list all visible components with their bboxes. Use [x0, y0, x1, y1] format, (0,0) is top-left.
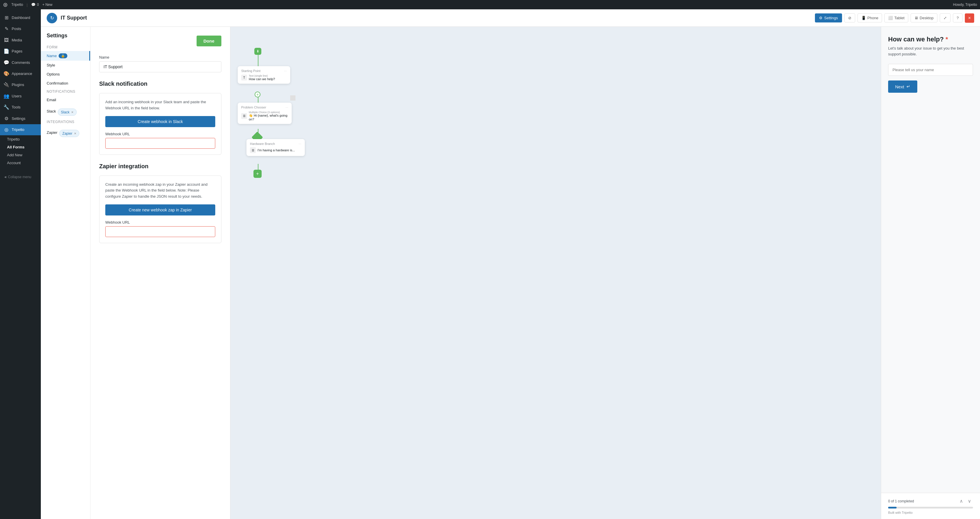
- sidebar-item-comments[interactable]: 💬 Comments: [0, 57, 41, 68]
- sidebar-item-appearance[interactable]: 🎨 Appearance: [0, 68, 41, 79]
- nav-item-zapier[interactable]: Zapier Zapier ×: [41, 126, 90, 140]
- flow-problem-content: ☰ Multiple Choice (3 options) 👋 Hi {name…: [241, 111, 288, 121]
- flow-node-problem-chooser[interactable]: Problem Chooser ··· ☰ Multiple Choice (3…: [238, 103, 292, 124]
- integrations-section-label: Integrations: [41, 118, 90, 126]
- sidebar-item-media[interactable]: 🖼 Media: [0, 35, 41, 46]
- flow-problem-menu-icon[interactable]: ···: [286, 106, 288, 109]
- editor-body: Settings Form Name 🔒 Style Options: [41, 27, 980, 519]
- comments-icon: 💬: [31, 3, 36, 7]
- sidebar-item-tools[interactable]: 🔧 Tools: [0, 102, 41, 113]
- slack-tag: Slack ×: [58, 108, 77, 116]
- flow-hardware-content: ☰ I'm having a hardware is...: [250, 147, 301, 153]
- desktop-icon: 🖥: [915, 16, 918, 20]
- next-arrow-icon: ↵: [907, 84, 910, 89]
- editor-title: IT Support: [60, 15, 87, 21]
- sidebar: ⊞ Dashboard ✎ Posts 🖼 Media 📄 Pages 💬 Co…: [0, 10, 41, 519]
- tools-icon: 🔧: [3, 104, 10, 111]
- sidebar-sub-tripetto[interactable]: Tripetto: [0, 135, 41, 143]
- nav-item-name[interactable]: Name 🔒: [41, 51, 90, 61]
- create-zapier-webhook-button[interactable]: Create new webhook zap in Zapier: [105, 205, 215, 216]
- editor-actions: ⚙ Settings ⊘ 📱 Phone ⬜ Tablet 🖥 Desktop: [815, 13, 974, 23]
- name-field-label: Name: [99, 55, 221, 59]
- settings-content: Done Name Slack notification Add an inco…: [91, 27, 230, 519]
- tripetto-icon: ◎: [3, 127, 10, 133]
- sidebar-item-users[interactable]: 👥 Users: [0, 90, 41, 102]
- flow-node-content: T Text (single line) How can we help?: [241, 75, 287, 81]
- sidebar-item-tripetto[interactable]: ◎ Tripetto: [0, 124, 41, 135]
- admin-bar-howdy: Howdy, Tripetto: [953, 3, 977, 7]
- sidebar-item-posts[interactable]: ✎ Posts: [0, 23, 41, 34]
- nav-item-options[interactable]: Options: [41, 70, 90, 79]
- nav-item-email[interactable]: Email: [41, 95, 90, 105]
- preview-nav-arrows: ∧ ∨: [958, 498, 973, 505]
- flow-connector-dot: [290, 95, 296, 101]
- settings-content-header: Done: [99, 36, 221, 46]
- slack-webhook-label: Webhook URL: [105, 132, 215, 136]
- zapier-webhook-input[interactable]: [105, 226, 215, 237]
- pages-icon: 📄: [3, 48, 10, 54]
- zapier-remove-icon[interactable]: ×: [74, 131, 76, 136]
- preview-content: How can we help? * Let's talk about your…: [881, 27, 980, 493]
- flow-add-after-start[interactable]: +: [255, 92, 261, 97]
- next-button[interactable]: Next ↵: [888, 81, 917, 93]
- sidebar-item-pages[interactable]: 📄 Pages: [0, 46, 41, 57]
- expand-icon: ⤢: [943, 16, 947, 20]
- slack-desc: Add an incoming webhook in your Slack te…: [105, 99, 215, 111]
- slack-webhook-input[interactable]: [105, 138, 215, 149]
- settings-button[interactable]: ⚙ Settings: [815, 13, 842, 22]
- wp-logo-icon[interactable]: ⊛: [3, 1, 8, 8]
- zapier-integration-box: Create an incoming webhook zap in your Z…: [99, 176, 221, 243]
- tablet-view-button[interactable]: ⬜ Tablet: [885, 13, 908, 22]
- slack-integration-box: Add an incoming webhook in your Slack te…: [99, 93, 221, 155]
- disable-view-button[interactable]: ⊘: [845, 13, 855, 22]
- sidebar-sub-account[interactable]: Account: [0, 159, 41, 167]
- slack-remove-icon[interactable]: ×: [71, 110, 73, 114]
- slack-section-title: Slack notification: [99, 81, 221, 87]
- comments-sidebar-icon: 💬: [3, 59, 10, 66]
- admin-bar-new[interactable]: + New: [42, 3, 52, 7]
- help-icon: ?: [957, 16, 959, 20]
- flow-bottom-add-node[interactable]: +: [253, 170, 262, 178]
- phone-view-button[interactable]: 📱 Phone: [858, 13, 882, 22]
- close-button[interactable]: ×: [965, 13, 974, 23]
- plugins-icon: 🔌: [3, 82, 10, 88]
- nav-item-style[interactable]: Style: [41, 61, 90, 70]
- next-arrow-button[interactable]: ∨: [966, 498, 973, 505]
- confirmation-label: Confirmation: [47, 81, 68, 86]
- prev-arrow-button[interactable]: ∧: [958, 498, 965, 505]
- sidebar-sub-add-new[interactable]: Add New: [0, 151, 41, 159]
- name-lock-tag: 🔒: [59, 53, 67, 58]
- zapier-desc: Create an incoming webhook zap in your Z…: [105, 182, 215, 200]
- flow-node-hardware-branch[interactable]: Hardware Branch ··· ☰ I'm having a hardw…: [247, 139, 305, 156]
- done-button[interactable]: Done: [197, 36, 222, 46]
- site-name: Tripetto: [11, 3, 23, 7]
- preview-name-input[interactable]: [888, 64, 973, 76]
- sidebar-sub-all-forms[interactable]: All Forms: [0, 143, 41, 151]
- zapier-webhook-label: Webhook URL: [105, 220, 215, 224]
- help-button[interactable]: ?: [953, 13, 963, 22]
- flow-hardware-title: Hardware Branch ···: [250, 142, 301, 146]
- create-slack-webhook-button[interactable]: Create webhook in Slack: [105, 116, 215, 127]
- desktop-view-button[interactable]: 🖥 Desktop: [911, 13, 937, 22]
- flow-node-starting-point[interactable]: Starting Point ··· T Text (single line) …: [238, 66, 290, 84]
- preview-footer: 0 of 1 completed ∧ ∨ Built with Tripetto: [881, 493, 980, 519]
- flow-canvas[interactable]: ⬇ Starting Point ··· T Text (single line…: [231, 27, 881, 519]
- flow-hardware-menu-icon[interactable]: ···: [299, 142, 301, 146]
- flow-node-menu-icon[interactable]: ···: [284, 69, 287, 73]
- expand-button[interactable]: ⤢: [940, 13, 951, 22]
- admin-bar-site[interactable]: Tripetto: [11, 3, 23, 7]
- users-icon: 👥: [3, 93, 10, 99]
- admin-bar-comments[interactable]: 💬 0: [31, 3, 39, 7]
- name-input[interactable]: [99, 61, 221, 72]
- phone-icon: 📱: [861, 16, 866, 20]
- sidebar-item-dashboard[interactable]: ⊞ Dashboard: [0, 12, 41, 23]
- media-icon: 🖼: [3, 37, 10, 43]
- sidebar-item-plugins[interactable]: 🔌 Plugins: [0, 79, 41, 90]
- sidebar-collapse-button[interactable]: ◄ Collapse menu: [0, 173, 41, 181]
- main-content: ↻ IT Support ⚙ Settings ⊘ 📱 Phone ⬜ Tabl…: [41, 10, 980, 519]
- nav-item-confirmation[interactable]: Confirmation: [41, 79, 90, 88]
- sidebar-item-settings[interactable]: ⚙ Settings: [0, 113, 41, 124]
- style-label: Style: [47, 63, 55, 67]
- options-label: Options: [47, 72, 60, 76]
- nav-item-slack[interactable]: Slack Slack ×: [41, 105, 90, 118]
